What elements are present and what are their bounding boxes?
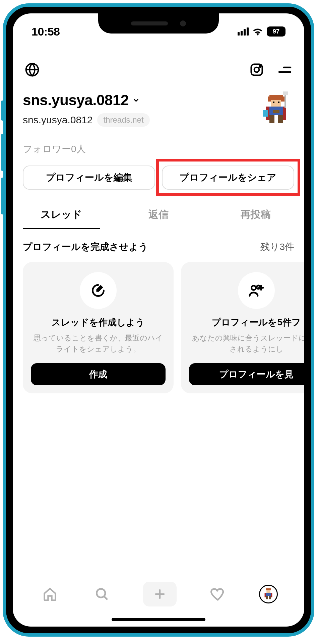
compose-button[interactable] — [143, 582, 177, 606]
card-title: スレッドを作成しよう — [52, 316, 145, 328]
heart-icon[interactable] — [207, 583, 229, 605]
card-desc: あなたの興味に合うスレッードに表示されるようにし — [189, 332, 304, 355]
svg-rect-8 — [281, 96, 284, 102]
instagram-icon[interactable] — [249, 62, 265, 78]
search-icon[interactable] — [91, 583, 113, 605]
wifi-icon — [253, 27, 263, 36]
person-add-icon — [238, 272, 275, 309]
svg-rect-10 — [273, 102, 274, 103]
profile-nav-icon[interactable] — [259, 585, 278, 603]
card-title: プロフィールを5件フ — [212, 316, 301, 328]
svg-point-3 — [259, 66, 261, 67]
share-profile-button[interactable]: プロフィールをシェア — [162, 166, 294, 190]
svg-rect-33 — [271, 593, 272, 597]
edit-icon — [80, 272, 117, 309]
globe-icon[interactable] — [24, 62, 40, 78]
svg-rect-6 — [269, 95, 283, 100]
svg-rect-16 — [269, 115, 274, 123]
create-thread-button[interactable]: 作成 — [31, 363, 166, 385]
tab-threads[interactable]: スレッド — [13, 203, 110, 229]
svg-rect-35 — [269, 596, 271, 599]
handle: sns.yusya.0812 — [23, 114, 92, 126]
svg-rect-20 — [283, 91, 288, 95]
threads-badge[interactable]: threads.net — [97, 113, 149, 127]
svg-point-21 — [252, 286, 256, 290]
home-indicator[interactable] — [112, 618, 205, 621]
svg-rect-29 — [266, 588, 271, 590]
home-icon[interactable] — [39, 583, 61, 605]
card-desc: 思っていることを書くか、最近のハイライトをシェアしよう。 — [31, 332, 166, 355]
svg-rect-7 — [268, 96, 271, 102]
view-profiles-button[interactable]: プロフィールを見 — [189, 363, 304, 385]
tab-reposts[interactable]: 再投稿 — [207, 203, 304, 229]
svg-rect-11 — [278, 102, 279, 103]
svg-rect-15 — [273, 110, 279, 113]
svg-rect-31 — [265, 593, 271, 596]
svg-rect-34 — [266, 596, 268, 599]
status-time: 10:58 — [31, 25, 60, 38]
svg-rect-18 — [263, 110, 268, 117]
avatar[interactable] — [258, 92, 294, 128]
onboarding-card-create-thread: スレッドを作成しよう 思っていることを書くか、最近のハイライトをシェアしよう。 … — [23, 262, 174, 393]
username-dropdown[interactable]: sns.yusya.0812 — [23, 92, 150, 109]
chevron-down-icon — [132, 96, 140, 104]
tab-replies[interactable]: 返信 — [110, 203, 207, 229]
username: sns.yusya.0812 — [23, 92, 129, 109]
remaining-count: 残り3件 — [260, 241, 294, 253]
svg-line-26 — [105, 596, 108, 599]
svg-rect-9 — [271, 100, 281, 107]
svg-point-2 — [254, 67, 259, 72]
profile-tabs: スレッド 返信 再投稿 — [13, 203, 304, 229]
complete-profile-title: プロフィールを完成させよう — [23, 241, 148, 253]
followers-count[interactable]: フォロワー0人 — [23, 143, 294, 155]
onboarding-card-follow: プロフィールを5件フ あなたの興味に合うスレッードに表示されるようにし プロフィ… — [181, 262, 304, 393]
svg-point-25 — [97, 589, 106, 597]
menu-icon[interactable] — [277, 62, 293, 78]
svg-rect-17 — [278, 115, 283, 123]
svg-rect-30 — [266, 590, 270, 593]
svg-rect-32 — [264, 593, 266, 597]
svg-rect-19 — [284, 93, 286, 108]
cellular-icon — [238, 27, 249, 36]
svg-rect-14 — [283, 107, 286, 120]
battery-icon: 97 — [267, 26, 286, 37]
edit-profile-button[interactable]: プロフィールを編集 — [23, 166, 155, 190]
